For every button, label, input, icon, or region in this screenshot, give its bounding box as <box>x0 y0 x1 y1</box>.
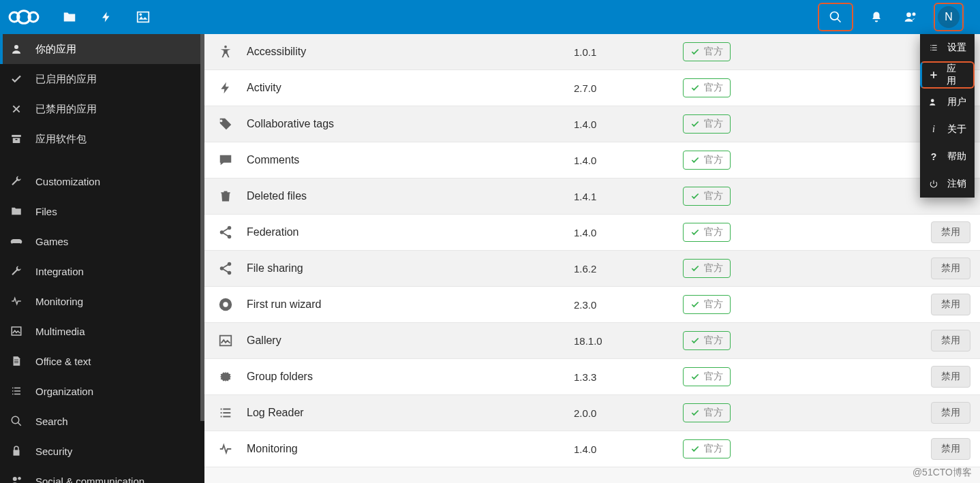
disable-button[interactable]: 禁用 <box>931 294 970 315</box>
sidebar-item-your-apps[interactable]: 你的应用 <box>0 34 204 64</box>
menu-item-logout[interactable]: 注销 <box>920 170 975 198</box>
sidebar-item-disabled[interactable]: 已禁用的应用 <box>0 94 204 124</box>
sidebar-item-label: Office & text <box>35 356 91 367</box>
app-row[interactable]: Group folders1.3.3官方禁用 <box>204 359 980 395</box>
menu-item-settings[interactable]: 设置 <box>920 34 975 61</box>
badge-label: 官方 <box>704 82 723 94</box>
official-badge: 官方 <box>683 367 731 386</box>
sidebar-item-security[interactable]: Security <box>0 436 204 466</box>
sidebar-item-integration[interactable]: Integration <box>0 256 204 286</box>
files-app-icon[interactable] <box>61 9 78 25</box>
badge-label: 官方 <box>704 190 723 202</box>
disable-button[interactable]: 禁用 <box>931 221 970 243</box>
badge-label: 官方 <box>704 334 723 347</box>
app-row[interactable]: First run wizard2.3.0官方禁用 <box>204 287 980 323</box>
pulse-icon <box>10 294 23 308</box>
official-badge: 官方 <box>683 295 731 314</box>
user-menu-button[interactable]: N <box>934 3 964 31</box>
app-row[interactable]: Monitoring1.4.0官方禁用 <box>204 431 980 467</box>
info-icon: i <box>928 124 939 135</box>
user-dropdown: 设置 应用 用户 i 关于 ? 帮助 注销 <box>920 34 975 198</box>
app-icon <box>217 368 234 386</box>
app-version: 2.0.0 <box>574 407 683 419</box>
app-row[interactable]: Federation1.4.0官方禁用 <box>204 215 980 251</box>
app-version: 1.4.0 <box>574 119 683 130</box>
disable-button[interactable]: 禁用 <box>931 258 970 279</box>
sidebar-item-label: 已禁用的应用 <box>35 103 97 116</box>
app-name: Group folders <box>247 371 574 383</box>
sidebar-item-search[interactable]: Search <box>0 406 204 436</box>
contacts-icon[interactable] <box>900 6 921 28</box>
sidebar-scrollbar[interactable] <box>200 34 204 421</box>
notifications-icon[interactable] <box>866 6 887 28</box>
app-name: Gallery <box>247 334 574 347</box>
app-icon <box>217 43 234 61</box>
sidebar-item-label: 应用软件包 <box>35 133 87 146</box>
sidebar-item-social[interactable]: Social & communication <box>0 466 204 483</box>
top-header: N <box>0 0 980 34</box>
menu-item-help[interactable]: ? 帮助 <box>920 143 975 170</box>
svg-point-3 <box>140 14 142 16</box>
sidebar-item-organization[interactable]: Organization <box>0 376 204 406</box>
app-name: Activity <box>247 82 574 94</box>
app-row[interactable]: Collaborative tags1.4.0官方 <box>204 106 980 142</box>
official-badge: 官方 <box>683 151 731 170</box>
sidebar-item-games[interactable]: Games <box>0 226 204 256</box>
sidebar-item-multimedia[interactable]: Multimedia <box>0 316 204 346</box>
menu-item-apps[interactable]: 应用 <box>920 61 975 89</box>
sidebar-item-monitoring[interactable]: Monitoring <box>0 286 204 316</box>
disable-button[interactable]: 禁用 <box>931 366 970 388</box>
gallery-app-icon[interactable] <box>135 9 151 25</box>
badge-label: 官方 <box>704 154 723 166</box>
svg-point-20 <box>223 302 228 307</box>
menu-item-label: 注销 <box>947 178 966 190</box>
app-icon <box>217 332 234 349</box>
app-name: Log Reader <box>247 407 574 419</box>
sidebar-item-files[interactable]: Files <box>0 196 204 226</box>
app-name: Federation <box>247 226 574 238</box>
power-icon <box>928 179 939 189</box>
activity-app-icon[interactable] <box>98 9 114 25</box>
app-row[interactable]: Activity2.7.0官方 <box>204 70 980 106</box>
app-icon <box>217 440 234 458</box>
menu-item-users[interactable]: 用户 <box>920 89 975 116</box>
app-row[interactable]: Accessibility1.0.1官方 <box>204 34 980 70</box>
svg-point-9 <box>12 416 19 424</box>
sidebar-item-label: Multimedia <box>35 326 85 337</box>
app-sidebar: 你的应用 已启用的应用 已禁用的应用 应用软件包 Customization F… <box>0 34 204 483</box>
app-row[interactable]: File sharing1.6.2官方禁用 <box>204 251 980 287</box>
close-icon <box>10 102 23 116</box>
app-version: 18.1.0 <box>574 335 683 347</box>
app-icon <box>217 296 234 313</box>
official-badge: 官方 <box>683 187 731 206</box>
disable-button[interactable]: 禁用 <box>931 330 970 352</box>
user-icon <box>10 42 23 56</box>
disable-button[interactable]: 禁用 <box>931 438 970 460</box>
sidebar-item-customization[interactable]: Customization <box>0 166 204 196</box>
settings-icon <box>928 43 939 52</box>
search-button[interactable] <box>818 3 853 31</box>
menu-item-label: 应用 <box>947 63 965 87</box>
app-icon <box>217 260 234 277</box>
app-row[interactable]: Log Reader2.0.0官方禁用 <box>204 395 980 431</box>
wrench-icon <box>10 264 23 278</box>
app-row[interactable]: Deleted files1.4.1官方 <box>204 178 980 215</box>
svg-point-5 <box>906 12 911 17</box>
sidebar-item-label: Monitoring <box>35 296 83 307</box>
app-version: 1.4.0 <box>574 227 683 238</box>
disable-button[interactable]: 禁用 <box>931 402 970 424</box>
app-row[interactable]: Comments1.4.0官方 <box>204 142 980 178</box>
app-row[interactable]: Gallery18.1.0官方禁用 <box>204 323 980 359</box>
sidebar-item-enabled[interactable]: 已启用的应用 <box>0 64 204 94</box>
sidebar-item-bundles[interactable]: 应用软件包 <box>0 124 204 154</box>
app-version: 2.3.0 <box>574 299 683 311</box>
sidebar-item-office[interactable]: Office & text <box>0 346 204 376</box>
sidebar-item-label: Search <box>35 416 68 427</box>
official-badge: 官方 <box>683 78 731 97</box>
lock-icon <box>10 444 23 458</box>
menu-item-label: 帮助 <box>947 151 966 163</box>
watermark: @51CTO博客 <box>913 467 972 479</box>
menu-item-about[interactable]: i 关于 <box>920 116 975 143</box>
app-logo[interactable] <box>0 8 48 26</box>
badge-label: 官方 <box>704 118 723 130</box>
